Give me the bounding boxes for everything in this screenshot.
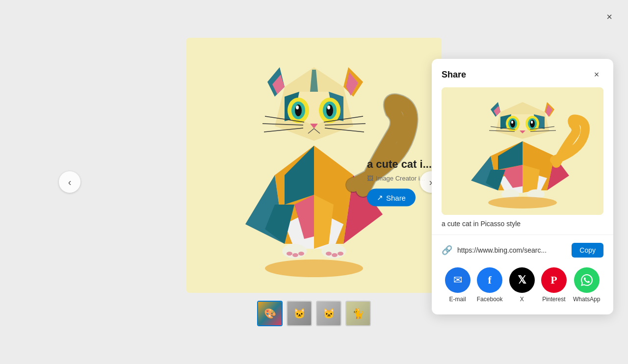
image-title: a cute cat i... (367, 158, 432, 171)
share-icons-row: ✉ E-mail f Facebook 𝕏 X P Pinterest (432, 267, 613, 303)
svg-point-38 (287, 252, 292, 256)
svg-point-40 (298, 252, 304, 256)
svg-point-37 (265, 260, 363, 277)
svg-point-43 (338, 252, 343, 256)
thumbnail-2[interactable]: 🐱 (287, 301, 312, 326)
svg-point-70 (531, 121, 533, 124)
share-url-row: 🔗 https://www.bing.com/searc... Copy (442, 243, 603, 258)
svg-point-78 (488, 197, 557, 208)
thumbnail-3[interactable]: 🐱 (316, 301, 341, 326)
share-panel-close-button[interactable]: × (590, 68, 603, 81)
prev-arrow-button[interactable]: ‹ (59, 171, 80, 193)
share-divider (432, 234, 613, 235)
share-whatsapp-item[interactable]: WhatsApp (573, 267, 600, 303)
share-pinterest-item[interactable]: P Pinterest (541, 267, 567, 303)
svg-point-69 (530, 120, 535, 128)
svg-point-39 (292, 253, 298, 257)
svg-point-25 (327, 105, 330, 109)
viewer-close-button[interactable]: × (602, 9, 617, 25)
link-icon: 🔗 (442, 245, 452, 256)
facebook-label: Facebook (477, 296, 503, 303)
svg-point-21 (296, 105, 299, 109)
email-icon-circle: ✉ (445, 267, 471, 293)
thumbnail-4[interactable]: 🐈 (345, 301, 371, 326)
svg-point-41 (326, 252, 332, 256)
share-icon-main: ↗ (377, 193, 383, 202)
viewer-background: × ‹ (0, 0, 628, 364)
share-image-caption: a cute cat in Picasso style (442, 220, 603, 228)
x-icon-circle: 𝕏 (509, 267, 535, 293)
share-x-item[interactable]: 𝕏 X (509, 267, 535, 303)
pinterest-icon-circle: P (541, 267, 567, 293)
whatsapp-icon-circle (574, 267, 600, 293)
x-label: X (520, 296, 524, 303)
thumbnail-1[interactable]: 🎨 (257, 301, 283, 326)
svg-point-42 (332, 253, 338, 257)
share-facebook-item[interactable]: f Facebook (477, 267, 503, 303)
whatsapp-label: WhatsApp (573, 296, 600, 303)
creator-icon: 🖼 (367, 175, 373, 182)
share-panel-header: Share × (432, 59, 613, 87)
share-button-main[interactable]: ↗ Share (367, 189, 416, 207)
share-panel-title: Share (442, 70, 466, 80)
facebook-icon-circle: f (477, 267, 502, 293)
share-cat-artwork (442, 87, 603, 215)
share-email-item[interactable]: ✉ E-mail (445, 267, 471, 303)
thumbnail-strip: 🎨 🐱 🐱 🐈 (257, 301, 371, 326)
svg-point-66 (511, 121, 513, 124)
share-url-text: https://www.bing.com/searc... (457, 246, 567, 254)
email-label: E-mail (449, 296, 466, 303)
svg-point-65 (510, 120, 515, 128)
share-preview-image (442, 87, 603, 215)
share-panel: Share × (432, 59, 613, 314)
pinterest-label: Pinterest (542, 296, 565, 303)
copy-button[interactable]: Copy (572, 243, 603, 258)
